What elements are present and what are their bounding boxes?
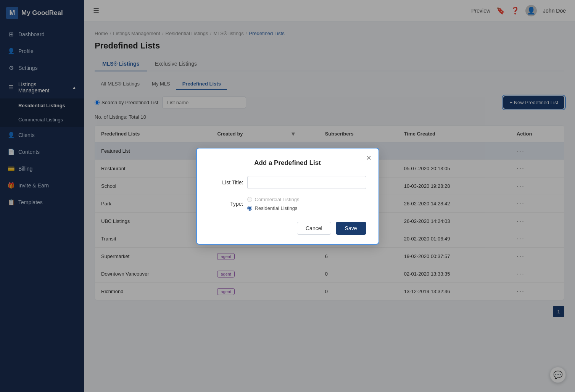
residential-radio-text: Residential Listings [255,205,298,211]
save-button[interactable]: Save [336,222,366,235]
modal-overlay[interactable]: Add a Predefined List ✕ List Title: Type… [0,0,575,392]
type-label: Type: [209,201,243,207]
cancel-button[interactable]: Cancel [297,222,331,235]
commercial-radio-label[interactable]: Commercial Listings [247,197,300,202]
list-title-input[interactable] [247,176,366,189]
modal-title: Add a Predefined List [209,159,366,167]
type-radio-group: Commercial Listings Residential Listings [247,197,300,211]
type-row: Type: Commercial Listings Residential Li… [209,197,366,211]
list-title-row: List Title: [209,176,366,189]
residential-radio-label[interactable]: Residential Listings [247,205,300,211]
modal-close-button[interactable]: ✕ [366,154,372,162]
commercial-radio[interactable] [247,197,252,202]
commercial-radio-text: Commercial Listings [255,197,300,202]
add-predefined-list-modal: Add a Predefined List ✕ List Title: Type… [196,148,379,245]
modal-actions: Cancel Save [209,222,366,235]
residential-radio[interactable] [247,206,252,211]
list-title-label: List Title: [209,179,243,186]
